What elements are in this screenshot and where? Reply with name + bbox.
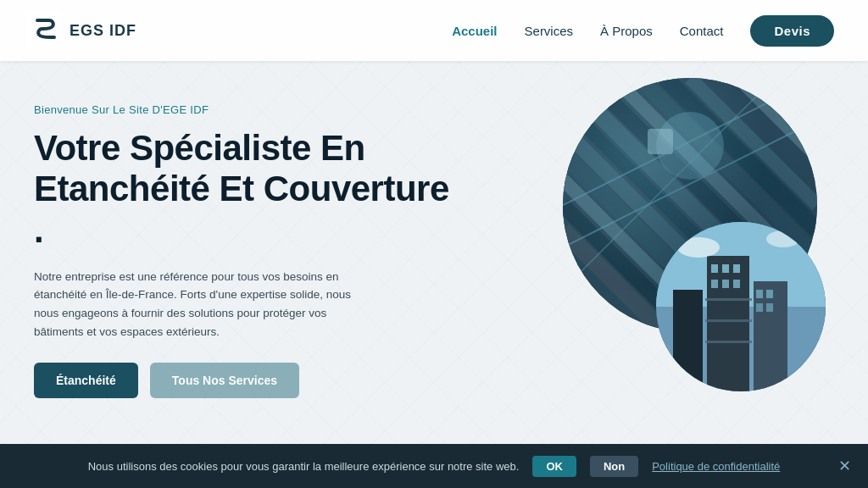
svg-rect-28 (707, 256, 749, 391)
nav-contact[interactable]: Contact (680, 24, 724, 38)
svg-line-17 (563, 230, 665, 332)
svg-line-7 (690, 78, 817, 205)
hero-image-small (656, 222, 826, 391)
svg-rect-40 (766, 303, 773, 312)
svg-rect-44 (705, 319, 752, 322)
svg-rect-39 (756, 303, 763, 312)
svg-rect-37 (756, 290, 763, 298)
svg-rect-38 (766, 290, 773, 298)
svg-line-11 (792, 78, 817, 103)
cookie-banner: Nous utilisons des cookies pour vous gar… (0, 444, 868, 488)
devis-button[interactable]: Devis (750, 15, 834, 47)
nav-accueil[interactable]: Accueil (452, 24, 497, 38)
svg-line-24 (563, 120, 817, 247)
svg-point-21 (656, 112, 724, 180)
svg-rect-32 (722, 264, 729, 273)
brand-name: EGS IDF (70, 22, 136, 40)
cookie-non-button[interactable]: Non (590, 456, 638, 477)
svg-line-10 (766, 78, 817, 129)
nav-links: Accueil Services À Propos Contact Devis (452, 15, 834, 47)
svg-line-20 (563, 307, 588, 332)
hero-buttons: Étanchéité Tous Nos Services (34, 363, 449, 398)
svg-line-9 (741, 78, 817, 154)
navbar: EGS IDF Accueil Services À Propos Contac… (0, 0, 868, 61)
main-content: Bienvenue Sur Le Site D'EGE IDF Votre Sp… (0, 61, 868, 442)
logo-icon (25, 12, 63, 49)
svg-rect-45 (705, 341, 752, 343)
svg-rect-43 (705, 298, 752, 301)
svg-rect-33 (733, 264, 740, 273)
cookie-message: Nous utilisons des cookies pour vous gar… (88, 460, 520, 473)
svg-line-18 (563, 256, 639, 332)
hero-description: Notre entreprise est une référence pour … (34, 268, 356, 341)
welcome-text: Bienvenue Sur Le Site D'EGE IDF (34, 103, 449, 116)
svg-line-23 (563, 78, 817, 205)
building-visual (656, 222, 826, 391)
logo-area: EGS IDF (25, 12, 136, 49)
svg-rect-0 (25, 12, 63, 49)
btn-etancheite[interactable]: Étanchéité (34, 363, 138, 398)
svg-rect-36 (733, 280, 740, 288)
hero-left: Bienvenue Sur Le Site D'EGE IDF Votre Sp… (34, 95, 449, 398)
svg-line-19 (563, 281, 614, 332)
cookie-policy-link[interactable]: Politique de confidentialité (652, 460, 780, 473)
svg-rect-35 (722, 280, 729, 288)
svg-rect-31 (711, 264, 718, 273)
cookie-close-button[interactable]: ✕ (838, 457, 851, 475)
hero-right-images (449, 78, 834, 400)
nav-services[interactable]: Services (525, 24, 574, 38)
svg-rect-22 (648, 129, 673, 154)
svg-rect-30 (673, 290, 703, 391)
btn-nos-services[interactable]: Tous Nos Services (150, 363, 299, 398)
svg-rect-34 (711, 280, 718, 288)
hero-title: Votre Spécialiste En Etanchéité Et Couve… (34, 128, 449, 251)
svg-line-6 (665, 78, 817, 230)
nav-apropos[interactable]: À Propos (600, 24, 653, 38)
cookie-ok-button[interactable]: OK (532, 456, 576, 477)
svg-line-8 (715, 78, 817, 180)
